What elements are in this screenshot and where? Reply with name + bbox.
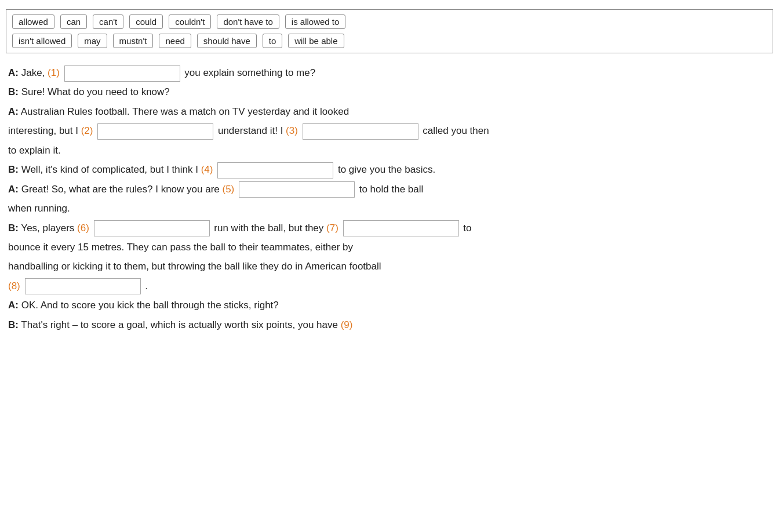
num-9: (9) — [341, 319, 353, 330]
speaker-b2: B: — [8, 164, 19, 175]
exercise-body: A: Jake, (1) you explain something to me… — [0, 61, 779, 334]
word-tag[interactable]: can't — [93, 14, 123, 29]
blank-8[interactable] — [25, 278, 141, 294]
blank-5[interactable] — [239, 181, 355, 198]
blank-3[interactable] — [303, 123, 418, 140]
word-tag[interactable]: allowed — [12, 14, 54, 29]
num-3: (3) — [286, 125, 298, 136]
num-4: (4) — [201, 164, 213, 175]
word-tag[interactable]: need — [159, 34, 191, 48]
num-5: (5) — [222, 184, 234, 195]
word-tag[interactable]: should have — [197, 34, 257, 48]
word-tag[interactable]: couldn't — [169, 14, 211, 29]
word-tag[interactable]: to — [263, 34, 283, 48]
blank-4[interactable] — [217, 162, 333, 178]
breadcrumb — [0, 0, 779, 7]
word-tag[interactable]: is allowed to — [285, 14, 346, 29]
dialog-line-9: B: Yes, players (6) run with the ball, b… — [8, 219, 771, 237]
dialog-line-7: A: Great! So, what are the rules? I know… — [8, 180, 771, 198]
dialog-line-12: (8) . — [8, 277, 771, 295]
word-tag[interactable]: could — [129, 14, 163, 29]
speaker-b3: B: — [8, 223, 19, 234]
word-tag[interactable]: isn't allowed — [12, 34, 72, 48]
dialog-line-14: B: That's right – to score a goal, which… — [8, 316, 771, 334]
num-7: (7) — [326, 223, 338, 234]
speaker-a1: A: — [8, 67, 19, 78]
dialog-line-2: B: Sure! What do you need to know? — [8, 83, 771, 101]
dialog-line-10: bounce it every 15 metres. They can pass… — [8, 238, 771, 256]
speaker-a4: A: — [8, 300, 19, 311]
dialog-line-3: A: Australian Rules football. There was … — [8, 103, 771, 121]
dialog-line-6: B: Well, it's kind of complicated, but I… — [8, 161, 771, 178]
dialog-line-11: handballing or kicking it to them, but t… — [8, 257, 771, 275]
dialog-line-1: A: Jake, (1) you explain something to me… — [8, 64, 771, 82]
blank-6[interactable] — [94, 220, 210, 236]
dialog-line-13: A: OK. And to score you kick the ball th… — [8, 296, 771, 314]
word-tag[interactable]: can — [60, 14, 87, 29]
speaker-b1: B: — [8, 86, 19, 97]
num-8: (8) — [8, 280, 20, 291]
dialog-line-8: when running. — [8, 199, 771, 217]
speaker-a3: A: — [8, 184, 19, 195]
blank-7[interactable] — [343, 220, 459, 236]
blank-1[interactable] — [64, 65, 180, 82]
num-6: (6) — [77, 223, 89, 234]
num-2: (2) — [81, 125, 93, 136]
word-bank-row-2: isn't allowedmaymustn'tneedshould haveto… — [12, 34, 767, 48]
dialog-line-4: interesting, but I (2) understand it! I … — [8, 122, 771, 140]
num-1: (1) — [48, 67, 60, 78]
word-bank-row-1: allowedcancan'tcouldcouldn'tdon't have t… — [12, 14, 767, 29]
dialog-line-5: to explain it. — [8, 141, 771, 159]
word-tag[interactable]: may — [78, 34, 107, 48]
speaker-b4: B: — [8, 319, 19, 330]
word-tag[interactable]: will be able — [288, 34, 344, 48]
word-tag[interactable]: don't have to — [217, 14, 279, 29]
word-bank: allowedcancan'tcouldcouldn'tdon't have t… — [6, 9, 773, 53]
speaker-a2: A: — [8, 106, 19, 117]
word-tag[interactable]: mustn't — [113, 34, 154, 48]
blank-2[interactable] — [97, 123, 213, 140]
